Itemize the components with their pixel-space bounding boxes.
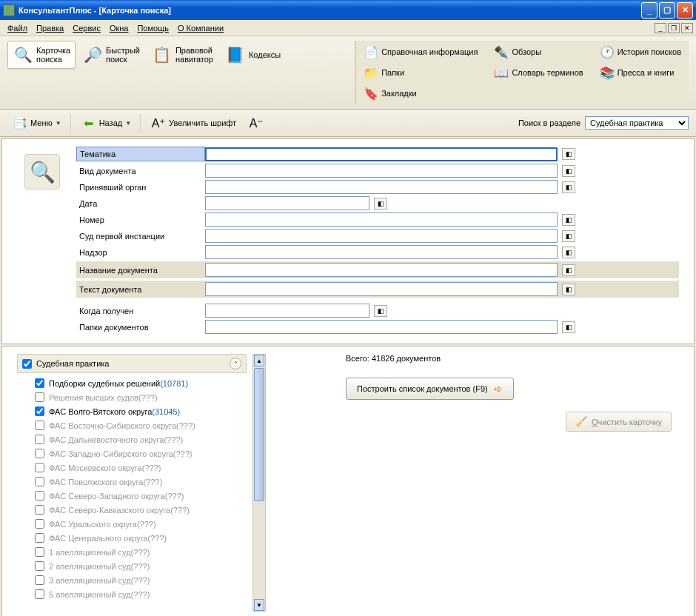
field-date-input[interactable]	[205, 196, 369, 210]
tree-item-checkbox[interactable]	[35, 533, 44, 543]
search-card-button[interactable]: 🔍 Карточкапоиска	[7, 41, 76, 69]
scroll-up-button[interactable]: ▲	[254, 355, 264, 366]
collapse-button[interactable]: ⌃	[230, 358, 241, 369]
field-doc-type-menu-button[interactable]: ◧	[562, 165, 575, 177]
field-supervision-input[interactable]	[205, 245, 558, 259]
tree-item[interactable]: ФАС Волго-Вятского округа (31045)	[35, 404, 247, 418]
tree-item-checkbox[interactable]	[35, 378, 44, 388]
tree-item-checkbox[interactable]	[35, 449, 44, 458]
history-icon: 🕐	[600, 44, 615, 59]
field-number-input[interactable]	[205, 212, 558, 227]
field-doc-text-menu-button[interactable]: ◧	[562, 284, 575, 295]
scroll-down-button[interactable]: ▼	[254, 599, 264, 611]
menu-dropdown-button[interactable]: 📑 Меню ▼	[7, 113, 66, 133]
tree-item-checkbox[interactable]	[35, 406, 44, 416]
mdi-minimize-button[interactable]: _	[655, 23, 666, 33]
quick-search-button[interactable]: 🔎 Быстрыйпоиск	[77, 41, 145, 69]
tree-item[interactable]: 2 апелляционный суд (???)	[35, 559, 247, 573]
tree-item[interactable]: ФАС Центрального округа (???)	[35, 531, 247, 545]
field-when-received-menu-button[interactable]: ◧	[374, 305, 387, 317]
field-when-received-input[interactable]	[205, 304, 369, 318]
field-topic-input[interactable]	[205, 147, 558, 161]
tree-item-checkbox[interactable]	[35, 463, 44, 472]
broom-icon: 🧹	[575, 416, 587, 427]
minimize-button[interactable]: _	[641, 2, 657, 19]
tree-item-checkbox[interactable]	[35, 561, 44, 571]
build-list-button[interactable]: Построить список документов (F9) ➪	[346, 378, 514, 400]
tree-item[interactable]: 3 апелляционный суд (???)	[35, 573, 247, 587]
history-button[interactable]: 🕐 История поисков	[597, 42, 684, 61]
maximize-button[interactable]: ▢	[659, 2, 675, 19]
field-topic-menu-button[interactable]: ◧	[562, 148, 575, 160]
clear-card-button[interactable]: 🧹 Очистить карточку	[566, 412, 672, 432]
close-button[interactable]: ✕	[677, 2, 693, 19]
field-supervision-label: Надзор	[76, 246, 205, 259]
search-section-select[interactable]: Судебная практика	[585, 116, 689, 130]
zoom-out-button[interactable]: A⁻	[244, 113, 271, 133]
codex-button[interactable]: 📘 Кодексы	[220, 41, 286, 69]
tree-item-checkbox[interactable]	[35, 575, 44, 585]
menu-file[interactable]: Файл	[3, 22, 32, 34]
tree-item-checkbox[interactable]	[35, 519, 44, 529]
tree-item-checkbox[interactable]	[35, 589, 44, 599]
dictionary-button[interactable]: 📖 Словарь терминов	[491, 63, 586, 82]
tree-item-checkbox[interactable]	[35, 477, 44, 486]
field-topic-row: Тематика ◧	[76, 147, 679, 161]
tree-item-checkbox[interactable]	[35, 435, 44, 444]
tree-item[interactable]: 5 апелляционный суд (???)	[35, 587, 247, 601]
menu-service[interactable]: Сервис	[68, 22, 105, 34]
tree-item[interactable]: ФАС Восточно-Сибирского округа (???)	[35, 418, 247, 432]
back-button[interactable]: ⬅ Назад ▼	[76, 113, 135, 133]
tree-item[interactable]: ФАС Московского округа (???)	[35, 461, 247, 475]
menu-help[interactable]: Помощь	[133, 22, 173, 34]
field-adopted-by-menu-button[interactable]: ◧	[562, 181, 575, 193]
reviews-button[interactable]: ✒️ Обзоры	[491, 42, 586, 61]
field-doc-text-input[interactable]	[205, 282, 558, 296]
field-doc-name-input[interactable]	[205, 263, 558, 277]
tree-item[interactable]: ФАС Северо-Кавказского округа (???)	[35, 503, 247, 517]
menu-windows[interactable]: Окна	[105, 22, 133, 34]
menu-edit[interactable]: Правка	[32, 22, 68, 34]
tree-scrollbar[interactable]: ▲ ▼	[252, 354, 266, 612]
tree-root-checkbox[interactable]	[22, 359, 32, 369]
tree-item-checkbox[interactable]	[35, 392, 44, 402]
field-doc-name-menu-button[interactable]: ◧	[562, 264, 575, 276]
field-doc-folders-menu-button[interactable]: ◧	[562, 321, 575, 333]
reference-info-button[interactable]: 📄 Справочная информация	[361, 42, 481, 61]
field-doc-folders-input[interactable]	[205, 320, 558, 334]
tree-item-label: ФАС Центрального округа	[49, 534, 147, 543]
tree-item-checkbox[interactable]	[35, 491, 44, 500]
tree-item[interactable]: ФАС Северо-Западного округа (???)	[35, 489, 247, 503]
field-date-row: Дата ◧	[76, 196, 679, 210]
tree-item[interactable]: Подборки судебных решений (10781)	[35, 376, 247, 390]
tree-item-count: (???)	[170, 506, 190, 515]
scroll-thumb[interactable]	[254, 368, 264, 501]
field-date-menu-button[interactable]: ◧	[374, 198, 387, 210]
press-button[interactable]: 📚 Пресса и книги	[597, 63, 684, 82]
tree-item[interactable]: ФАС Поволжского округа (???)	[35, 475, 247, 489]
tree-item[interactable]: ФАС Западно-Сибирского округа (???)	[35, 446, 247, 461]
field-first-court-menu-button[interactable]: ◧	[562, 230, 575, 242]
tree-item-label: ФАС Уральского округа	[49, 520, 137, 529]
field-doc-type-input[interactable]	[205, 164, 558, 178]
tree-item[interactable]: 1 апелляционный суд (???)	[35, 545, 247, 559]
tree-item-checkbox[interactable]	[35, 421, 44, 430]
folders-button[interactable]: 📁 Папки	[361, 63, 481, 82]
zoom-in-button[interactable]: A⁺ Увеличить шрифт	[146, 113, 241, 133]
legal-navigator-button[interactable]: 📋 Правовойнавигатор	[147, 41, 218, 69]
mdi-close-button[interactable]: ✕	[681, 23, 693, 33]
field-first-court-input[interactable]	[205, 229, 558, 243]
field-supervision-menu-button[interactable]: ◧	[562, 247, 575, 258]
tree-item[interactable]: Решения высших судов (???)	[35, 390, 247, 404]
mdi-restore-button[interactable]: ❐	[668, 23, 680, 33]
tree-item-checkbox[interactable]	[35, 505, 44, 515]
quick-search-icon: 🔎	[82, 44, 103, 65]
field-adopted-by-input[interactable]	[205, 180, 558, 194]
tree-item[interactable]: ФАС Уральского округа (???)	[35, 517, 247, 531]
menu-about[interactable]: О Компании	[173, 22, 228, 34]
tree-item[interactable]: ФАС Дальневосточного округа (???)	[35, 432, 247, 446]
field-number-menu-button[interactable]: ◧	[562, 214, 575, 226]
tree-root-row[interactable]: Судебная практика ⌃	[17, 354, 247, 373]
tree-item-checkbox[interactable]	[35, 547, 44, 557]
bookmarks-button[interactable]: 🔖 Закладки	[361, 84, 481, 103]
